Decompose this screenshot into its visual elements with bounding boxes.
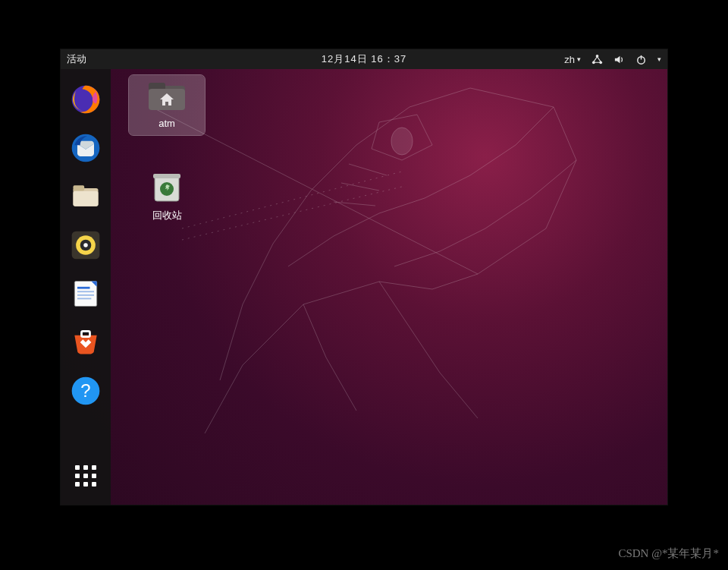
svg-rect-17 <box>74 191 99 206</box>
svg-line-8 <box>341 183 379 191</box>
dock-rhythmbox[interactable] <box>67 227 104 263</box>
desktop-trash[interactable]: 回收站 <box>129 166 205 228</box>
desktop-folder-atm[interactable]: atm <box>129 75 205 135</box>
svg-rect-28 <box>82 331 90 336</box>
chevron-down-icon: ▾ <box>657 55 661 63</box>
folder-home-icon <box>147 80 187 113</box>
chevron-down-icon: ▾ <box>577 55 581 63</box>
input-source-indicator[interactable]: zh ▾ <box>564 54 581 65</box>
dock-ubuntu-software[interactable] <box>67 324 104 361</box>
volume-icon[interactable] <box>613 54 625 65</box>
svg-rect-16 <box>74 185 85 191</box>
svg-rect-35 <box>153 174 180 178</box>
svg-text:?: ? <box>80 380 90 401</box>
desktop-icon-label: atm <box>158 118 175 129</box>
svg-point-21 <box>83 243 88 247</box>
power-icon[interactable] <box>635 54 647 65</box>
dock-help[interactable]: ? <box>67 373 104 409</box>
dock-libreoffice-writer[interactable] <box>67 276 104 312</box>
network-icon[interactable] <box>592 54 603 65</box>
input-source-label: zh <box>564 54 575 65</box>
system-tray: zh ▾ ▾ <box>564 54 661 65</box>
wallpaper-art <box>152 77 645 456</box>
svg-rect-24 <box>77 287 90 289</box>
ubuntu-desktop-screen: 活动 12月14日 16：37 zh ▾ ▾ <box>61 49 667 505</box>
trash-icon <box>147 171 187 204</box>
dock-files[interactable] <box>67 178 104 215</box>
svg-rect-27 <box>77 298 91 300</box>
svg-line-11 <box>182 187 402 240</box>
svg-point-6 <box>391 128 413 155</box>
dock-firefox[interactable] <box>67 81 104 118</box>
activities-button[interactable]: 活动 <box>67 52 86 66</box>
show-applications-button[interactable] <box>67 458 104 494</box>
svg-rect-26 <box>77 294 94 296</box>
svg-line-7 <box>349 164 387 175</box>
desktop-icon-label: 回收站 <box>152 209 182 222</box>
top-bar: 活动 12月14日 16：37 zh ▾ ▾ <box>61 49 667 69</box>
dock-thunderbird[interactable] <box>67 130 104 166</box>
watermark-text: CSDN @*某年某月* <box>618 546 719 561</box>
svg-point-36 <box>160 182 174 196</box>
svg-rect-25 <box>77 291 94 292</box>
svg-rect-22 <box>74 282 96 307</box>
desktop-area[interactable]: ? atm 回收站 <box>61 69 667 505</box>
clock[interactable]: 12月14日 16：37 <box>322 52 406 66</box>
svg-line-10 <box>182 172 402 228</box>
dock: ? <box>61 69 111 505</box>
